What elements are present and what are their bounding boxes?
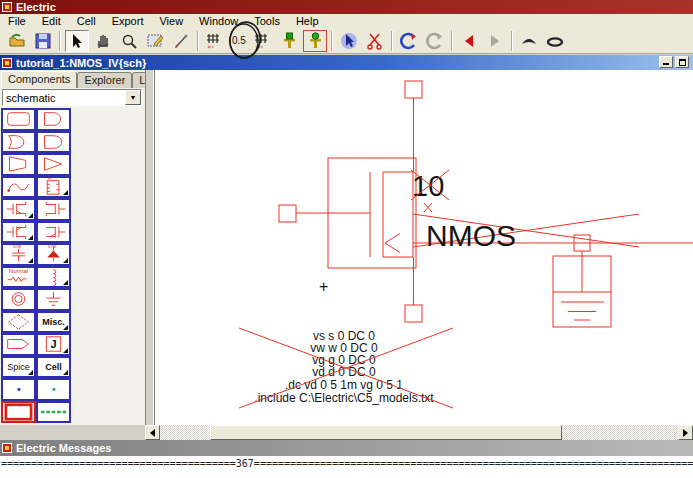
minimize-icon bbox=[663, 63, 669, 65]
palette-npn-transistor[interactable] bbox=[1, 221, 36, 244]
panel-divider[interactable] bbox=[145, 70, 154, 425]
menu-file[interactable]: File bbox=[0, 14, 34, 28]
grid-alignment-button[interactable]: ‹‹‹ bbox=[251, 30, 275, 52]
submenu-arrow-icon bbox=[28, 235, 33, 240]
palette-red-box[interactable] bbox=[1, 401, 36, 424]
collapse-cells-button[interactable] bbox=[543, 30, 567, 52]
export-port-button[interactable] bbox=[277, 30, 301, 52]
palette-green-dashed-line[interactable] bbox=[36, 401, 71, 424]
open-button[interactable] bbox=[5, 30, 29, 52]
palette-switch[interactable] bbox=[1, 176, 36, 199]
palette-source[interactable] bbox=[1, 288, 36, 311]
svg-text:»›: »› bbox=[207, 43, 214, 51]
palette-diode[interactable]: NORM bbox=[36, 243, 71, 266]
menu-window[interactable]: Window bbox=[191, 14, 246, 28]
toggle-grid-button[interactable]: »› bbox=[203, 30, 227, 52]
right-arrow-icon bbox=[683, 429, 688, 437]
maximize-button[interactable] bbox=[675, 56, 689, 68]
palette-green-dot[interactable] bbox=[36, 378, 71, 401]
scissors-icon bbox=[365, 31, 385, 51]
schematic-canvas[interactable]: 10 NMOS + vs s 0 DC 0 vw w 0 DC 0 vg g 0… bbox=[154, 70, 693, 425]
palette-and-gate[interactable] bbox=[36, 131, 71, 154]
palette-global-signal[interactable] bbox=[1, 311, 36, 334]
palette-or-gate[interactable] bbox=[1, 131, 36, 154]
rotate-icon bbox=[399, 31, 419, 51]
pan-tool-button[interactable] bbox=[91, 30, 115, 52]
palette-cell[interactable]: Cell bbox=[36, 356, 71, 379]
messages-body[interactable]: =======================================3… bbox=[0, 456, 693, 478]
rotate-button[interactable] bbox=[397, 30, 421, 52]
port-export-ball-icon bbox=[305, 31, 325, 51]
menu-edit[interactable]: Edit bbox=[34, 14, 69, 28]
palette-mux[interactable] bbox=[1, 153, 36, 176]
submenu-arrow-icon bbox=[63, 325, 68, 330]
wire-tool-button[interactable] bbox=[169, 30, 193, 52]
palette-offpage[interactable] bbox=[1, 333, 36, 356]
port-export-icon bbox=[279, 31, 299, 51]
menu-export[interactable]: Export bbox=[104, 14, 152, 28]
collapse-icon bbox=[545, 31, 565, 51]
tab-explorer[interactable]: Explorer bbox=[77, 72, 132, 88]
minimize-button[interactable] bbox=[659, 56, 673, 68]
messages-title: Electric Messages bbox=[16, 442, 111, 454]
drain-pin[interactable] bbox=[405, 81, 422, 98]
menu-view[interactable]: View bbox=[151, 14, 191, 28]
ground-node[interactable] bbox=[553, 251, 611, 327]
palette-ground[interactable] bbox=[36, 288, 71, 311]
svg-text:FF: FF bbox=[48, 178, 52, 181]
palette-nmos-transistor[interactable] bbox=[1, 198, 36, 221]
select-objects-button[interactable] bbox=[337, 30, 361, 52]
messages-output-line: =======================================3… bbox=[0, 456, 693, 469]
palette-pmos-transistor[interactable] bbox=[36, 198, 71, 221]
palette-jfet[interactable]: J bbox=[36, 333, 71, 356]
schematic-drawing: 10 NMOS + vs s 0 DC 0 vw w 0 DC 0 vg g 0… bbox=[155, 70, 693, 425]
palette-buffer[interactable] bbox=[36, 153, 71, 176]
main-titlebar[interactable]: Electric bbox=[0, 0, 693, 14]
palette-inductor[interactable] bbox=[36, 266, 71, 289]
palette-pnp-transistor[interactable] bbox=[36, 221, 71, 244]
palette-flipflop[interactable]: FF bbox=[36, 176, 71, 199]
tab-components[interactable]: Components bbox=[1, 71, 77, 88]
scroll-left-button[interactable] bbox=[145, 425, 160, 440]
palette-capacitor[interactable]: NORM bbox=[1, 243, 36, 266]
scroll-right-button[interactable] bbox=[678, 425, 693, 440]
select-area-tool-button[interactable] bbox=[143, 30, 167, 52]
gate-pin[interactable] bbox=[279, 205, 296, 222]
export-port-alt-button[interactable] bbox=[303, 30, 327, 52]
palette-spice[interactable]: Spice bbox=[1, 356, 36, 379]
canvas-horizontal-scrollbar[interactable] bbox=[145, 425, 693, 440]
cut-button[interactable] bbox=[363, 30, 387, 52]
submenu-arrow-icon bbox=[28, 258, 33, 263]
chevron-down-icon[interactable]: ▼ bbox=[125, 90, 141, 105]
document-icon bbox=[2, 58, 12, 68]
palette-wire-pin[interactable] bbox=[1, 108, 36, 131]
menu-tools[interactable]: Tools bbox=[246, 14, 288, 28]
select-arrow-tool-button[interactable] bbox=[65, 30, 89, 52]
sidebar: Components Explorer Layers schematic ▼ bbox=[0, 70, 145, 425]
source-pin[interactable] bbox=[405, 305, 422, 322]
technology-dropdown[interactable]: schematic ▼ bbox=[2, 89, 142, 106]
document-window-buttons bbox=[659, 56, 689, 68]
menu-cell[interactable]: Cell bbox=[69, 14, 104, 28]
forward-button-disabled[interactable] bbox=[483, 30, 507, 52]
toolbar-separator bbox=[391, 31, 393, 51]
document-titlebar[interactable]: tutorial_1:NMOS_IV{sch} bbox=[0, 55, 693, 70]
submenu-arrow-icon bbox=[63, 370, 68, 375]
expand-cells-button[interactable] bbox=[517, 30, 541, 52]
palette-buffer-gate[interactable] bbox=[36, 108, 71, 131]
open-folder-icon bbox=[7, 31, 27, 51]
palette-misc[interactable]: Misc. bbox=[36, 311, 71, 334]
selection-x-small bbox=[424, 203, 432, 212]
palette-resistor[interactable]: Normal bbox=[1, 266, 36, 289]
back-button[interactable] bbox=[457, 30, 481, 52]
messages-titlebar[interactable]: Electric Messages bbox=[0, 440, 693, 456]
mirror-button-disabled[interactable] bbox=[423, 30, 447, 52]
submenu-arrow-icon bbox=[63, 280, 68, 285]
save-button[interactable] bbox=[31, 30, 55, 52]
scrollbar-thumb[interactable] bbox=[210, 425, 562, 440]
zoom-tool-button[interactable] bbox=[117, 30, 141, 52]
model-label[interactable]: NMOS bbox=[426, 219, 516, 252]
palette-blue-dot[interactable] bbox=[1, 378, 36, 401]
menu-help[interactable]: Help bbox=[288, 14, 327, 28]
app-title: Electric bbox=[16, 1, 56, 13]
